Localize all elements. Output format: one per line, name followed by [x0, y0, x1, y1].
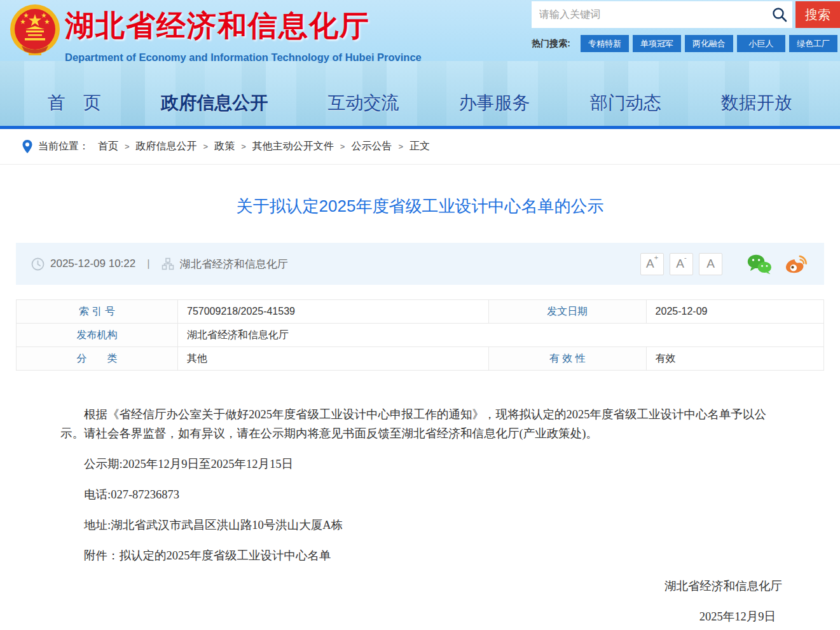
nav-item-gov-info[interactable]: 政府信息公开 [161, 91, 268, 115]
font-larger-button[interactable]: A+ [640, 253, 664, 275]
article-meta-right: A+ A- A [635, 253, 809, 275]
issue-date-label: 发文日期 [488, 300, 646, 324]
breadcrumb-item-current: 正文 [410, 140, 430, 153]
wechat-share-icon[interactable] [747, 254, 772, 275]
nav-item-interaction[interactable]: 互动交流 [327, 91, 399, 115]
table-row: 发布机构 湖北省经济和信息化厅 [17, 324, 824, 347]
contact-address: 地址:湖北省武汉市武昌区洪山路10号洪山大厦A栋 [60, 516, 782, 535]
hot-search-item[interactable]: 专精特新 [581, 35, 629, 52]
hot-search-label: 热门搜索: [532, 38, 570, 50]
site-subtitle-en: Department of Economy and Information Te… [65, 51, 422, 64]
document-info-table: 索 引 号 757009218/2025-41539 发文日期 2025-12-… [16, 299, 824, 371]
signature-organization: 湖北省经济和信息化厅 [16, 577, 782, 596]
organization-icon [162, 257, 174, 270]
breadcrumb-label: 当前位置： [38, 140, 89, 153]
hot-search-item[interactable]: 绿色工厂 [789, 35, 837, 52]
breadcrumb-item-other-docs[interactable]: 其他主动公开文件 [252, 140, 334, 153]
publish-datetime: 2025-12-09 10:22 [50, 257, 135, 270]
contact-phone: 电话:027-87236873 [60, 485, 782, 504]
breadcrumb-item-gov-info[interactable]: 政府信息公开 [136, 140, 197, 153]
breadcrumb-separator: > [125, 142, 130, 151]
nav-item-open-data[interactable]: 数据开放 [721, 91, 792, 115]
category-label: 分 类 [17, 347, 178, 371]
nav-bottom-strip [0, 126, 840, 129]
page-title: 关于拟认定2025年度省级工业设计中心名单的公示 [0, 195, 840, 217]
signature-date: 2025年12月9日 [16, 607, 782, 626]
breadcrumb-item-announcements[interactable]: 公示公告 [351, 140, 392, 153]
national-emblem-icon [9, 4, 61, 58]
nav-item-home[interactable]: 首 页 [48, 91, 101, 115]
breadcrumb-item-policy[interactable]: 政策 [214, 140, 235, 153]
brand-block: 湖北省经济和信息化厅 Department of Economy and Inf… [65, 6, 422, 64]
validity-value: 有效 [646, 347, 823, 371]
search-button[interactable]: 搜索 [795, 1, 840, 28]
hot-search-item[interactable]: 两化融合 [685, 35, 733, 52]
article-source: 湖北省经济和信息化厅 [180, 257, 288, 271]
hot-search-row: 热门搜索: 专精特新 单项冠军 两化融合 小巨人 绿色工厂 [532, 35, 837, 52]
breadcrumb: 当前位置： 首页 > 政府信息公开 > 政策 > 其他主动公开文件 > 公示公告… [0, 129, 840, 165]
location-pin-icon [22, 139, 33, 154]
publicity-period: 公示期:2025年12月9日至2025年12月15日 [60, 455, 782, 474]
nav-item-department-news[interactable]: 部门动态 [590, 91, 661, 115]
weibo-share-icon[interactable] [783, 254, 809, 275]
clock-icon [31, 257, 45, 271]
issue-date-value: 2025-12-09 [646, 300, 823, 324]
article-meta-bar: 2025-12-09 10:22 | 湖北省经济和信息化厅 A+ A- A [16, 243, 824, 285]
breadcrumb-separator: > [241, 142, 246, 151]
breadcrumb-separator: > [398, 142, 403, 151]
search-input[interactable] [532, 1, 767, 28]
index-number-value: 757009218/2025-41539 [178, 300, 489, 324]
attachment-link[interactable]: 附件：拟认定的2025年度省级工业设计中心名单 [60, 546, 782, 565]
hot-search-item[interactable]: 单项冠军 [633, 35, 681, 52]
article-body: 根据《省经信厅办公室关于做好2025年度省级工业设计中心申报工作的通知》，现将拟… [16, 371, 824, 565]
hot-search-item[interactable]: 小巨人 [737, 35, 785, 52]
issuer-value: 湖北省经济和信息化厅 [178, 324, 824, 347]
site-banner: 湖北省经济和信息化厅 Department of Economy and Inf… [0, 0, 840, 129]
breadcrumb-item-home[interactable]: 首页 [98, 140, 118, 153]
search-box [532, 1, 792, 28]
table-row: 分 类 其他 有 效 性 有效 [17, 347, 824, 371]
article-meta-left: 2025-12-09 10:22 | 湖北省经济和信息化厅 [31, 257, 288, 271]
category-value: 其他 [178, 347, 489, 371]
index-number-label: 索 引 号 [17, 300, 178, 324]
font-smaller-button[interactable]: A- [670, 253, 693, 275]
breadcrumb-separator: > [340, 142, 345, 151]
article-signature: 湖北省经济和信息化厅 2025年12月9日 [16, 577, 824, 626]
main-navigation: 首 页 政府信息公开 互动交流 办事服务 部门动态 数据开放 [0, 80, 840, 126]
breadcrumb-separator: > [203, 142, 209, 151]
issuer-label: 发布机构 [17, 324, 178, 347]
meta-divider: | [147, 257, 149, 270]
nav-item-services[interactable]: 办事服务 [459, 91, 530, 115]
site-title: 湖北省经济和信息化厅 [65, 6, 422, 46]
validity-label: 有 效 性 [488, 347, 646, 371]
body-paragraph: 根据《省经信厅办公室关于做好2025年度省级工业设计中心申报工作的通知》，现将拟… [60, 405, 782, 443]
search-icon[interactable] [767, 1, 792, 28]
font-reset-button[interactable]: A [699, 253, 722, 275]
table-row: 索 引 号 757009218/2025-41539 发文日期 2025-12-… [17, 300, 824, 324]
